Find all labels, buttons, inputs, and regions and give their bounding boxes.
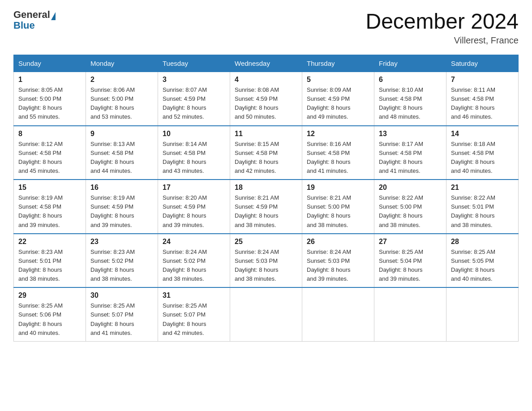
day-info: Sunrise: 8:19 AM Sunset: 4:59 PM Dayligh… [90,193,153,230]
day-number: 7 [451,76,514,84]
day-info: Sunrise: 8:15 AM Sunset: 4:58 PM Dayligh… [235,140,297,176]
calendar-cell: 12 Sunrise: 8:16 AM Sunset: 4:58 PM Dayl… [302,126,374,180]
day-number: 16 [90,184,153,192]
calendar-cell: 3 Sunrise: 8:07 AM Sunset: 4:59 PM Dayli… [158,72,230,126]
day-info: Sunrise: 8:06 AM Sunset: 5:00 PM Dayligh… [90,86,153,122]
day-number: 6 [379,76,442,84]
day-number: 24 [163,238,225,246]
day-info: Sunrise: 8:13 AM Sunset: 4:58 PM Dayligh… [90,140,153,176]
calendar-cell [374,287,446,341]
day-number: 2 [90,76,153,84]
column-header-wednesday: Wednesday [230,55,302,72]
calendar-cell [446,287,519,341]
calendar-cell: 28 Sunrise: 8:25 AM Sunset: 5:05 PM Dayl… [446,234,519,288]
day-number: 31 [163,291,225,300]
week-row-3: 15 Sunrise: 8:19 AM Sunset: 4:58 PM Dayl… [14,180,519,234]
calendar-cell: 26 Sunrise: 8:24 AM Sunset: 5:03 PM Dayl… [302,234,374,288]
calendar-body: 1 Sunrise: 8:05 AM Sunset: 5:00 PM Dayli… [14,72,519,342]
column-header-monday: Monday [86,55,158,72]
day-info: Sunrise: 8:24 AM Sunset: 5:02 PM Dayligh… [163,248,225,284]
day-number: 28 [451,238,514,246]
calendar-cell: 22 Sunrise: 8:23 AM Sunset: 5:01 PM Dayl… [14,234,86,288]
day-number: 27 [379,238,442,246]
day-info: Sunrise: 8:22 AM Sunset: 5:01 PM Dayligh… [451,193,514,230]
calendar-cell: 1 Sunrise: 8:05 AM Sunset: 5:00 PM Dayli… [14,72,86,126]
day-number: 19 [307,184,369,192]
logo-text: General Blue [13,9,56,30]
day-info: Sunrise: 8:25 AM Sunset: 5:07 PM Dayligh… [163,301,225,338]
day-info: Sunrise: 8:21 AM Sunset: 4:59 PM Dayligh… [235,193,297,230]
calendar-header-row: SundayMondayTuesdayWednesdayThursdayFrid… [14,55,519,72]
day-number: 10 [163,130,225,138]
calendar-cell: 11 Sunrise: 8:15 AM Sunset: 4:58 PM Dayl… [230,126,302,180]
day-number: 20 [379,184,442,192]
day-number: 21 [451,184,514,192]
day-number: 30 [90,291,153,300]
calendar-cell: 9 Sunrise: 8:13 AM Sunset: 4:58 PM Dayli… [86,126,158,180]
day-info: Sunrise: 8:25 AM Sunset: 5:05 PM Dayligh… [451,248,514,284]
day-info: Sunrise: 8:24 AM Sunset: 5:03 PM Dayligh… [235,248,297,284]
calendar-cell: 7 Sunrise: 8:11 AM Sunset: 4:58 PM Dayli… [446,72,519,126]
day-info: Sunrise: 8:25 AM Sunset: 5:06 PM Dayligh… [18,301,81,338]
calendar-cell: 2 Sunrise: 8:06 AM Sunset: 5:00 PM Dayli… [86,72,158,126]
calendar-cell: 18 Sunrise: 8:21 AM Sunset: 4:59 PM Dayl… [230,180,302,234]
calendar-cell: 6 Sunrise: 8:10 AM Sunset: 4:58 PM Dayli… [374,72,446,126]
day-info: Sunrise: 8:25 AM Sunset: 5:07 PM Dayligh… [90,301,153,338]
day-number: 22 [18,238,81,246]
logo-triangle-icon [51,12,56,20]
day-number: 17 [163,184,225,192]
calendar-cell: 25 Sunrise: 8:24 AM Sunset: 5:03 PM Dayl… [230,234,302,288]
day-info: Sunrise: 8:11 AM Sunset: 4:58 PM Dayligh… [451,86,514,122]
day-info: Sunrise: 8:24 AM Sunset: 5:03 PM Dayligh… [307,248,369,284]
day-info: Sunrise: 8:09 AM Sunset: 4:59 PM Dayligh… [307,86,369,122]
calendar-cell: 19 Sunrise: 8:21 AM Sunset: 5:00 PM Dayl… [302,180,374,234]
day-number: 5 [307,76,369,84]
week-row-4: 22 Sunrise: 8:23 AM Sunset: 5:01 PM Dayl… [14,234,519,288]
day-info: Sunrise: 8:19 AM Sunset: 4:58 PM Dayligh… [18,193,81,230]
day-info: Sunrise: 8:05 AM Sunset: 5:00 PM Dayligh… [18,86,81,122]
column-header-tuesday: Tuesday [158,55,230,72]
day-number: 8 [18,130,81,138]
calendar-cell: 14 Sunrise: 8:18 AM Sunset: 4:58 PM Dayl… [446,126,519,180]
calendar-cell: 21 Sunrise: 8:22 AM Sunset: 5:01 PM Dayl… [446,180,519,234]
day-info: Sunrise: 8:23 AM Sunset: 5:02 PM Dayligh… [90,248,153,284]
day-number: 26 [307,238,369,246]
day-number: 12 [307,130,369,138]
day-info: Sunrise: 8:10 AM Sunset: 4:58 PM Dayligh… [379,86,442,122]
column-header-thursday: Thursday [302,55,374,72]
logo-blue: Blue [13,21,56,30]
column-header-sunday: Sunday [14,55,86,72]
day-number: 18 [235,184,297,192]
calendar-cell: 29 Sunrise: 8:25 AM Sunset: 5:06 PM Dayl… [14,287,86,341]
day-info: Sunrise: 8:23 AM Sunset: 5:01 PM Dayligh… [18,248,81,284]
calendar-cell: 8 Sunrise: 8:12 AM Sunset: 4:58 PM Dayli… [14,126,86,180]
week-row-5: 29 Sunrise: 8:25 AM Sunset: 5:06 PM Dayl… [14,287,519,341]
day-number: 29 [18,291,81,300]
day-info: Sunrise: 8:08 AM Sunset: 4:59 PM Dayligh… [235,86,297,122]
calendar-cell: 13 Sunrise: 8:17 AM Sunset: 4:58 PM Dayl… [374,126,446,180]
calendar-cell: 15 Sunrise: 8:19 AM Sunset: 4:58 PM Dayl… [14,180,86,234]
day-info: Sunrise: 8:07 AM Sunset: 4:59 PM Dayligh… [163,86,225,122]
calendar-cell: 4 Sunrise: 8:08 AM Sunset: 4:59 PM Dayli… [230,72,302,126]
day-info: Sunrise: 8:25 AM Sunset: 5:04 PM Dayligh… [379,248,442,284]
calendar-cell: 17 Sunrise: 8:20 AM Sunset: 4:59 PM Dayl… [158,180,230,234]
calendar-cell: 31 Sunrise: 8:25 AM Sunset: 5:07 PM Dayl… [158,287,230,341]
day-info: Sunrise: 8:14 AM Sunset: 4:58 PM Dayligh… [163,140,225,176]
calendar-cell: 23 Sunrise: 8:23 AM Sunset: 5:02 PM Dayl… [86,234,158,288]
calendar-cell: 10 Sunrise: 8:14 AM Sunset: 4:58 PM Dayl… [158,126,230,180]
day-number: 1 [18,76,81,84]
week-row-2: 8 Sunrise: 8:12 AM Sunset: 4:58 PM Dayli… [14,126,519,180]
calendar-cell: 27 Sunrise: 8:25 AM Sunset: 5:04 PM Dayl… [374,234,446,288]
day-info: Sunrise: 8:12 AM Sunset: 4:58 PM Dayligh… [18,140,81,176]
calendar-cell: 5 Sunrise: 8:09 AM Sunset: 4:59 PM Dayli… [302,72,374,126]
calendar-cell: 24 Sunrise: 8:24 AM Sunset: 5:02 PM Dayl… [158,234,230,288]
page-header: General Blue December 2024 Villerest, Fr… [13,9,519,46]
day-number: 11 [235,130,297,138]
day-info: Sunrise: 8:16 AM Sunset: 4:58 PM Dayligh… [307,140,369,176]
day-info: Sunrise: 8:18 AM Sunset: 4:58 PM Dayligh… [451,140,514,176]
day-number: 23 [90,238,153,246]
day-info: Sunrise: 8:22 AM Sunset: 5:00 PM Dayligh… [379,193,442,230]
day-number: 4 [235,76,297,84]
calendar-cell [302,287,374,341]
logo-general: General [13,9,50,20]
